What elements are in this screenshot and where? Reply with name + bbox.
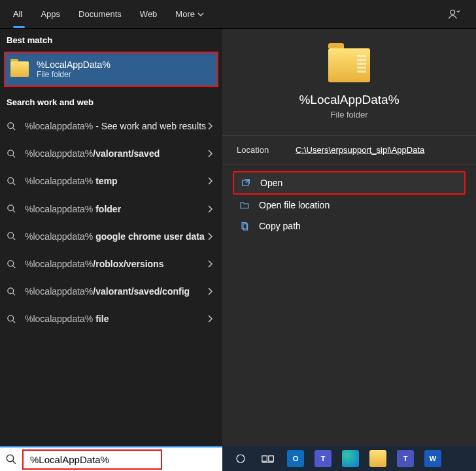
tab-more[interactable]: More	[166, 0, 213, 28]
svg-line-2	[12, 127, 15, 130]
copy-path-label: Copy path	[259, 221, 301, 231]
chevron-right-icon	[207, 122, 216, 131]
list-item[interactable]: %localappdata% google chrome user data	[0, 223, 222, 250]
chevron-right-icon	[207, 204, 216, 214]
svg-point-1	[8, 122, 14, 128]
app-file-explorer[interactable]	[369, 449, 387, 468]
search-icon	[7, 176, 18, 186]
search-icon	[7, 287, 18, 297]
best-match-text: %LocalAppData% File folder	[37, 59, 110, 79]
web-results-list: %localappdata% - See work and web result…	[0, 112, 222, 446]
svg-rect-18	[242, 223, 246, 229]
open-button[interactable]: Open	[233, 171, 466, 195]
cortana-icon[interactable]	[231, 449, 250, 468]
search-highlight-box	[22, 449, 162, 470]
taskbar: O T T W	[0, 446, 476, 471]
svg-line-12	[12, 265, 15, 268]
open-label: Open	[260, 178, 282, 188]
tab-more-label: More	[175, 9, 195, 19]
search-tabs: All Apps Documents Web More	[4, 0, 213, 28]
svg-point-15	[8, 316, 14, 321]
folder-open-icon	[239, 200, 251, 210]
location-label: Location	[237, 145, 296, 155]
tab-all[interactable]: All	[4, 0, 31, 28]
list-item[interactable]: %localappdata%/valorant/saved	[0, 140, 222, 167]
copy-icon	[239, 221, 251, 231]
list-item-label: %localappdata% - See work and web result…	[25, 120, 207, 132]
list-item[interactable]: %localappdata% file	[0, 305, 222, 333]
svg-line-8	[12, 210, 15, 213]
search-header: All Apps Documents Web More	[0, 0, 476, 29]
chevron-down-icon	[197, 11, 204, 18]
chevron-right-icon	[207, 232, 216, 241]
list-item[interactable]: %localappdata%/roblox/versions	[0, 250, 222, 278]
open-file-location-label: Open file location	[259, 200, 330, 210]
svg-line-4	[12, 155, 15, 157]
list-item[interactable]: %localappdata% - See work and web result…	[0, 112, 222, 140]
tab-documents[interactable]: Documents	[69, 0, 131, 28]
open-icon	[241, 178, 252, 188]
selection-preview-pane: %LocalAppData% File folder Location C:\U…	[222, 29, 476, 446]
svg-point-22	[237, 455, 245, 463]
search-icon	[7, 122, 18, 131]
svg-point-3	[8, 150, 14, 156]
search-icon	[7, 204, 18, 214]
folder-icon	[328, 48, 370, 82]
svg-point-20	[7, 455, 14, 462]
list-item[interactable]: %localappdata%/valorant/saved/config	[0, 278, 222, 305]
chevron-right-icon	[207, 149, 216, 158]
svg-line-14	[12, 293, 15, 295]
svg-point-9	[8, 233, 14, 238]
list-item-label: %localappdata%/valorant/saved	[25, 148, 207, 159]
account-icon[interactable]	[447, 8, 460, 21]
list-item[interactable]: %localappdata% folder	[0, 195, 222, 223]
svg-rect-19	[243, 224, 248, 230]
preview-header: %LocalAppData% File folder	[222, 29, 476, 131]
best-match-result[interactable]: %LocalAppData% File folder	[4, 52, 218, 87]
search-icon	[7, 314, 18, 324]
chevron-right-icon	[207, 259, 216, 268]
search-icon	[7, 231, 18, 241]
app-word[interactable]: W	[424, 449, 442, 468]
app-outlook[interactable]: O	[286, 449, 305, 468]
best-match-title: %LocalAppData%	[37, 59, 110, 70]
taskbar-search-box[interactable]	[0, 446, 222, 471]
search-icon	[0, 453, 22, 465]
list-item-label: %localappdata% google chrome user data	[25, 231, 207, 242]
svg-line-16	[12, 320, 15, 323]
svg-rect-24	[269, 456, 274, 461]
app-teams[interactable]: T	[314, 449, 332, 468]
best-match-subtitle: File folder	[37, 70, 110, 79]
app-edge[interactable]	[341, 449, 360, 468]
svg-point-0	[450, 10, 455, 14]
search-results-panel: Best match %LocalAppData% File folder Se…	[0, 29, 476, 446]
svg-line-6	[12, 182, 15, 185]
search-web-label: Search work and web	[0, 91, 222, 112]
svg-point-11	[8, 260, 14, 266]
copy-path-button[interactable]: Copy path	[233, 216, 466, 236]
tab-apps[interactable]: Apps	[31, 0, 69, 28]
search-icon	[7, 259, 18, 269]
location-row: Location C:\Users\erpsupport_sipl\AppDat…	[222, 135, 476, 165]
app-teams-2[interactable]: T	[396, 449, 415, 468]
best-match-label: Best match	[0, 29, 222, 50]
tab-web[interactable]: Web	[131, 0, 167, 28]
preview-actions: Open Open file location Copy path	[222, 165, 476, 243]
list-item-label: %localappdata% file	[25, 313, 207, 325]
results-left-pane: Best match %LocalAppData% File folder Se…	[0, 29, 222, 446]
search-input[interactable]	[26, 451, 158, 468]
svg-line-10	[12, 238, 15, 240]
list-item-label: %localappdata% temp	[25, 175, 207, 187]
folder-icon	[10, 61, 29, 77]
preview-subtitle: File folder	[330, 110, 367, 120]
svg-point-13	[8, 288, 14, 294]
list-item-label: %localappdata%/roblox/versions	[25, 258, 207, 270]
svg-rect-23	[262, 456, 267, 461]
task-view-icon[interactable]	[259, 449, 277, 468]
open-file-location-button[interactable]: Open file location	[233, 195, 466, 216]
preview-title: %LocalAppData%	[299, 93, 399, 107]
list-item[interactable]: %localappdata% temp	[0, 167, 222, 195]
active-tab-underline	[13, 26, 25, 28]
location-path[interactable]: C:\Users\erpsupport_sipl\AppData	[296, 145, 424, 155]
chevron-right-icon	[207, 176, 216, 186]
